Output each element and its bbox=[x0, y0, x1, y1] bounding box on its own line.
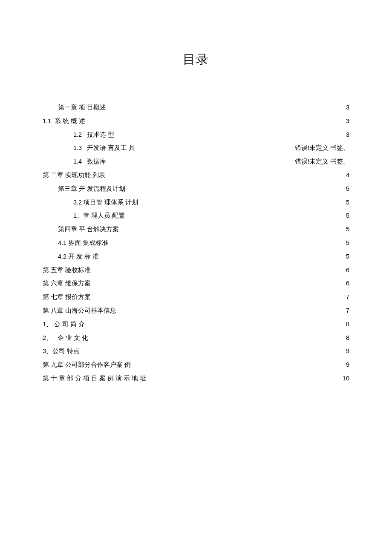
toc-row: 第 二章 实现功能 列表4 bbox=[43, 172, 349, 178]
toc-label: 4.2 开 发 标 准 bbox=[43, 253, 99, 260]
toc-row: 1.3 开发语 言及工 具错误!未定义 书签。 bbox=[43, 145, 349, 151]
toc-page: 9 bbox=[342, 348, 349, 354]
toc-row: 第一章 项 目概述3 bbox=[43, 104, 349, 111]
toc-page: 错误!未定义 书签。 bbox=[291, 145, 349, 151]
toc-label: 1.1 系 统 概 述 bbox=[43, 118, 85, 124]
toc-row: 第三章 开 发流程及计划5 bbox=[43, 186, 349, 192]
toc-page: 7 bbox=[342, 294, 349, 300]
toc-label: 4.1 界面 集成标准 bbox=[43, 240, 108, 246]
toc-row: 3、公司 特点9 bbox=[43, 348, 349, 354]
toc-label: 第三章 开 发流程及计划 bbox=[43, 186, 125, 192]
toc-label: 3.2 项目管 理体系 计划 bbox=[43, 199, 138, 206]
toc-row: 第四章 平 台解决方案5 bbox=[43, 226, 349, 233]
toc-label: 第四章 平 台解决方案 bbox=[43, 226, 119, 233]
toc-page: 5 bbox=[342, 213, 349, 219]
toc-page: 6 bbox=[342, 267, 349, 273]
toc-label: 3、公司 特点 bbox=[43, 348, 80, 354]
toc-page: 错误!未定义 书签。 bbox=[291, 158, 349, 165]
page-title: 目录 bbox=[43, 51, 349, 68]
toc-row: 1.2 技术选 型3 bbox=[43, 132, 349, 138]
toc-label: 第 六章 维保方案 bbox=[43, 280, 91, 287]
toc-label: 2、 企 业 文 化 bbox=[43, 335, 88, 341]
toc-label: 第 八章 山海公司基本信息 bbox=[43, 308, 116, 314]
toc-row: 2、 企 业 文 化8 bbox=[43, 335, 349, 341]
toc-page: 8 bbox=[342, 335, 349, 341]
toc-row: 第 九章 公司部分合作客户案 例9 bbox=[43, 362, 349, 368]
toc-row: 第 七章 报价方案7 bbox=[43, 294, 349, 300]
toc-label: 1、管 理人员 配置 bbox=[43, 213, 125, 219]
toc-label: 1.4 数据库 bbox=[43, 158, 106, 165]
toc-row: 第 十 章 部 分 项 目 案 例 演 示 地 址10 bbox=[43, 375, 349, 382]
toc-label: 第 十 章 部 分 项 目 案 例 演 示 地 址 bbox=[43, 375, 146, 382]
toc-page: 10 bbox=[338, 375, 349, 382]
toc-page: 7 bbox=[342, 308, 349, 314]
toc-row: 4.2 开 发 标 准5 bbox=[43, 253, 349, 260]
toc-row: 1、管 理人员 配置5 bbox=[43, 213, 349, 219]
toc-row: 1.1 系 统 概 述3 bbox=[43, 118, 349, 124]
toc-row: 4.1 界面 集成标准5 bbox=[43, 240, 349, 246]
toc-page: 5 bbox=[342, 226, 349, 233]
toc-page: 5 bbox=[342, 186, 349, 192]
toc-page: 5 bbox=[342, 253, 349, 260]
toc-label: 1.3 开发语 言及工 具 bbox=[43, 145, 135, 151]
toc-page: 9 bbox=[342, 362, 349, 368]
toc-page: 5 bbox=[342, 240, 349, 246]
toc-label: 第 九章 公司部分合作客户案 例 bbox=[43, 362, 131, 368]
toc-label: 第 五章 验收标准 bbox=[43, 267, 91, 273]
toc-row: 1.4 数据库错误!未定义 书签。 bbox=[43, 158, 349, 165]
toc-label: 1、 公 司 简 介 bbox=[43, 321, 85, 328]
toc-page: 6 bbox=[342, 280, 349, 287]
toc-page: 3 bbox=[342, 104, 349, 111]
table-of-contents: 第一章 项 目概述31.1 系 统 概 述31.2 技术选 型31.3 开发语 … bbox=[43, 104, 349, 381]
toc-page: 3 bbox=[342, 132, 349, 138]
toc-page: 4 bbox=[342, 172, 349, 178]
toc-page: 8 bbox=[342, 321, 349, 328]
toc-page: 3 bbox=[342, 118, 349, 124]
toc-label: 第一章 项 目概述 bbox=[43, 104, 106, 111]
toc-row: 第 六章 维保方案6 bbox=[43, 280, 349, 287]
toc-row: 第 五章 验收标准6 bbox=[43, 267, 349, 273]
toc-row: 第 八章 山海公司基本信息7 bbox=[43, 308, 349, 314]
toc-label: 1.2 技术选 型 bbox=[43, 132, 114, 138]
toc-row: 3.2 项目管 理体系 计划5 bbox=[43, 199, 349, 206]
toc-label: 第 二章 实现功能 列表 bbox=[43, 172, 105, 178]
toc-row: 1、 公 司 简 介8 bbox=[43, 321, 349, 328]
toc-label: 第 七章 报价方案 bbox=[43, 294, 91, 300]
toc-page: 5 bbox=[342, 199, 349, 206]
